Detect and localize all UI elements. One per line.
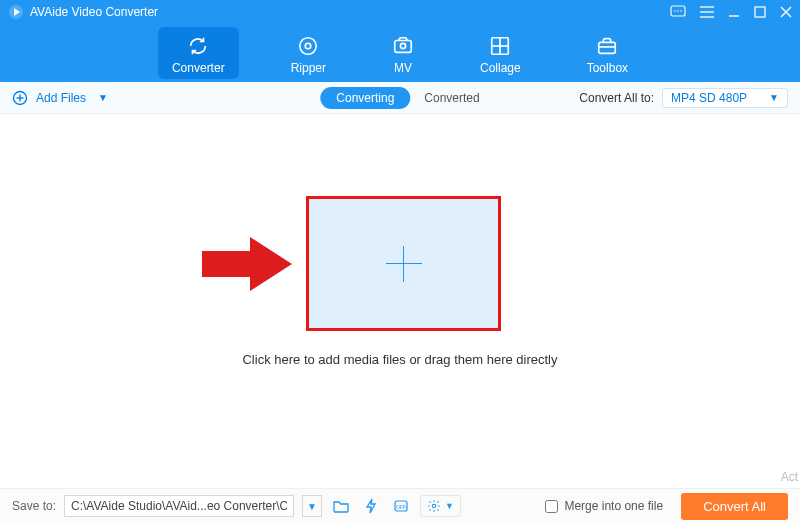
- convert-all-to-label: Convert All to:: [579, 91, 654, 105]
- svg-rect-15: [395, 41, 412, 53]
- output-format-value: MP4 SD 480P: [671, 91, 747, 105]
- svg-rect-10: [755, 7, 765, 17]
- maximize-icon[interactable]: [754, 6, 766, 18]
- add-media-dropzone[interactable]: [306, 196, 501, 331]
- nav-collage[interactable]: Collage: [466, 27, 535, 79]
- svg-point-14: [306, 43, 312, 49]
- svg-point-16: [400, 43, 405, 48]
- mv-icon: [392, 35, 414, 57]
- toolbox-icon: [596, 35, 618, 57]
- svg-marker-25: [202, 237, 292, 291]
- nav-toolbox[interactable]: Toolbox: [573, 27, 642, 79]
- conversion-tabs: Converting Converted: [320, 87, 479, 109]
- plus-circle-icon: [12, 90, 28, 106]
- dropzone-hint: Click here to add media files or drag th…: [0, 352, 800, 367]
- app-title: AVAide Video Converter: [30, 5, 158, 19]
- os-activation-watermark: Act: [781, 470, 798, 484]
- title-bar: AVAide Video Converter: [0, 0, 800, 24]
- svg-text:OFF: OFF: [396, 504, 406, 510]
- footer-bar: Save to: ▼ OFF ▼ Merge into one file Con…: [0, 488, 800, 523]
- hardware-accel-icon[interactable]: [360, 495, 382, 517]
- chevron-down-icon: ▼: [98, 92, 108, 103]
- output-format-select[interactable]: MP4 SD 480P ▼: [662, 88, 788, 108]
- app-logo-icon: [8, 4, 24, 20]
- add-files-button[interactable]: Add Files ▼: [12, 90, 108, 106]
- merge-checkbox[interactable]: Merge into one file: [545, 499, 663, 513]
- save-path-input[interactable]: [64, 495, 294, 517]
- svg-point-5: [680, 10, 682, 12]
- svg-point-13: [300, 38, 317, 55]
- menu-icon[interactable]: [700, 6, 714, 18]
- svg-point-3: [674, 10, 676, 12]
- nav-converter[interactable]: Converter: [158, 27, 239, 79]
- svg-rect-20: [599, 42, 616, 53]
- high-speed-icon[interactable]: OFF: [390, 495, 412, 517]
- main-nav: Converter Ripper MV Collage Toolbox: [0, 24, 800, 82]
- svg-point-28: [432, 504, 436, 508]
- nav-label: MV: [394, 61, 412, 75]
- chevron-down-icon: ▼: [769, 92, 779, 103]
- settings-dropdown[interactable]: ▼: [420, 495, 461, 517]
- converter-icon: [187, 35, 209, 57]
- close-icon[interactable]: [780, 6, 792, 18]
- merge-label: Merge into one file: [564, 499, 663, 513]
- svg-point-4: [677, 10, 679, 12]
- tab-converted[interactable]: Converted: [424, 91, 479, 105]
- app-header: AVAide Video Converter Converter Ripper …: [0, 0, 800, 82]
- output-format-area: Convert All to: MP4 SD 480P ▼: [579, 88, 788, 108]
- save-path-dropdown[interactable]: ▼: [302, 495, 322, 517]
- nav-label: Converter: [172, 61, 225, 75]
- nav-label: Toolbox: [587, 61, 628, 75]
- ripper-icon: [297, 35, 319, 57]
- minimize-icon[interactable]: [728, 6, 740, 18]
- convert-all-button[interactable]: Convert All: [681, 493, 788, 520]
- action-bar: Add Files ▼ Converting Converted Convert…: [0, 82, 800, 114]
- chevron-down-icon: ▼: [445, 501, 454, 511]
- collage-icon: [489, 35, 511, 57]
- add-files-label: Add Files: [36, 91, 86, 105]
- tab-converting[interactable]: Converting: [320, 87, 410, 109]
- main-area: Click here to add media files or drag th…: [0, 114, 800, 488]
- nav-label: Collage: [480, 61, 521, 75]
- plus-icon: [386, 246, 422, 282]
- save-to-label: Save to:: [12, 499, 56, 513]
- nav-label: Ripper: [291, 61, 326, 75]
- nav-ripper[interactable]: Ripper: [277, 27, 340, 79]
- annotation-arrow-icon: [202, 237, 292, 291]
- merge-checkbox-input[interactable]: [545, 500, 558, 513]
- window-controls: [670, 5, 792, 19]
- feedback-icon[interactable]: [670, 5, 686, 19]
- open-folder-icon[interactable]: [330, 495, 352, 517]
- nav-mv[interactable]: MV: [378, 27, 428, 79]
